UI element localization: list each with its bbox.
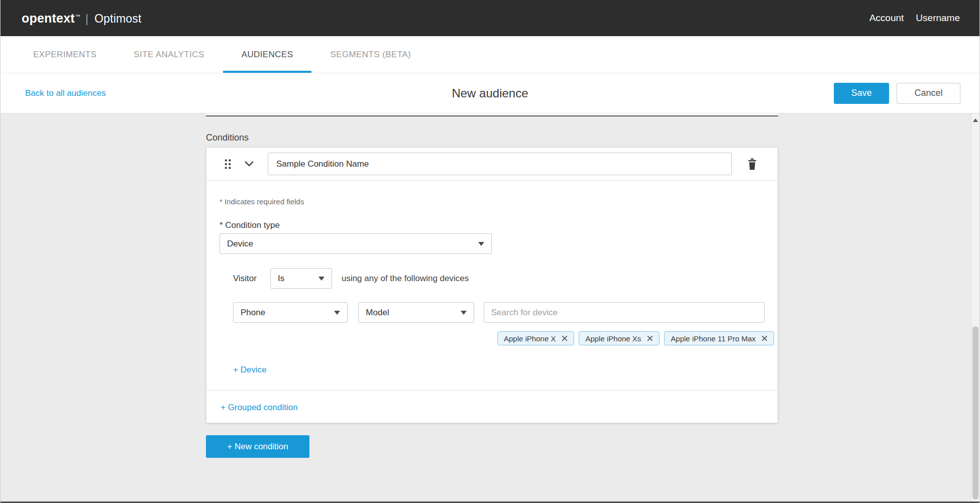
subheader-actions: Save Cancel — [834, 83, 960, 104]
product-name: Optimost — [94, 12, 142, 26]
scroll-up-arrow-icon[interactable] — [973, 118, 978, 122]
device-tag-label: Apple iPhone X — [504, 334, 556, 343]
close-icon — [761, 335, 768, 341]
condition-type-value: Device — [227, 239, 253, 249]
account-menu[interactable]: Account — [869, 13, 904, 24]
chevron-down-icon — [461, 311, 467, 315]
condition-type-label: * Condition type — [220, 220, 765, 230]
tab-site-analytics[interactable]: SITE ANALYTICS — [115, 36, 223, 73]
save-button[interactable]: Save — [834, 83, 889, 104]
add-grouped-condition-link[interactable]: + Grouped condition — [221, 403, 298, 412]
device-tag: Apple iPhone X — [497, 331, 574, 345]
device-type-select[interactable]: Phone — [233, 302, 348, 323]
chevron-down-icon — [334, 311, 340, 315]
visitor-row: Visitor Is using any of the following de… — [233, 268, 765, 289]
condition-type-select[interactable]: Device — [220, 233, 492, 254]
content-area: Conditions — [1, 113, 979, 501]
condition-card-body: * Indicates required fields * Condition … — [206, 181, 778, 375]
conditions-section-label: Conditions — [206, 133, 778, 143]
vertical-scrollbar[interactable] — [971, 113, 979, 501]
chevron-down-icon[interactable] — [243, 159, 256, 169]
attribute-select[interactable]: Model — [358, 302, 474, 323]
operator-value: Is — [278, 274, 284, 284]
tab-segments-beta[interactable]: SEGMENTS (BETA) — [311, 36, 429, 73]
brand-name: opentext — [22, 11, 75, 26]
attribute-value: Model — [366, 308, 389, 318]
username-menu[interactable]: Username — [916, 13, 960, 24]
subheader: Back to all audiences New audience Save … — [1, 73, 979, 113]
trash-icon — [747, 158, 757, 170]
close-icon — [647, 335, 653, 341]
close-icon — [562, 335, 568, 341]
device-tag: Apple iPhone 11 Pro Max — [664, 331, 774, 345]
chevron-down-icon — [318, 277, 324, 281]
condition-card-footer: + Grouped condition — [206, 390, 778, 423]
chevron-down-icon — [478, 242, 484, 246]
device-tag-label: Apple iPhone Xs — [585, 334, 641, 343]
main-tabs: EXPERIMENTS SITE ANALYTICS AUDIENCES SEG… — [1, 36, 979, 73]
add-device-link[interactable]: + Device — [233, 365, 267, 375]
drag-handle-icon[interactable] — [222, 157, 234, 172]
remove-tag-button[interactable] — [647, 335, 653, 341]
operator-select[interactable]: Is — [270, 268, 332, 289]
previous-card-bottom-edge — [206, 113, 778, 116]
brand-logo: opentext ™ | Optimost — [22, 11, 142, 26]
topbar-right: Account Username — [869, 13, 960, 24]
remove-tag-button[interactable] — [761, 335, 768, 341]
page-title: New audience — [1, 86, 979, 100]
condition-card-header — [206, 148, 778, 181]
scrollbar-thumb[interactable] — [972, 326, 978, 499]
tab-audiences[interactable]: AUDIENCES — [223, 36, 312, 73]
device-tag: Apple iPhone Xs — [579, 331, 660, 345]
topbar: opentext ™ | Optimost Account Username — [1, 0, 979, 36]
remove-tag-button[interactable] — [562, 335, 568, 341]
device-type-value: Phone — [241, 308, 265, 318]
app-window: opentext ™ | Optimost Account Username E… — [0, 0, 980, 503]
device-criteria-row: Phone Model — [233, 302, 765, 323]
clause-text: using any of the following devices — [342, 274, 469, 284]
trademark-symbol: ™ — [75, 14, 80, 19]
delete-condition-button[interactable] — [746, 157, 758, 171]
selected-devices-list: Apple iPhone X Apple iPhone Xs — [497, 331, 779, 345]
device-search-input[interactable] — [484, 302, 765, 323]
visitor-label: Visitor — [233, 274, 257, 284]
device-tag-label: Apple iPhone 11 Pro Max — [671, 334, 755, 343]
condition-name-input[interactable] — [268, 153, 732, 175]
cancel-button[interactable]: Cancel — [897, 83, 960, 104]
brand-divider: | — [85, 12, 88, 26]
condition-card: * Indicates required fields * Condition … — [206, 147, 778, 423]
tab-experiments[interactable]: EXPERIMENTS — [15, 36, 115, 73]
required-fields-note: * Indicates required fields — [220, 197, 765, 206]
new-condition-button[interactable]: + New condition — [206, 435, 309, 458]
